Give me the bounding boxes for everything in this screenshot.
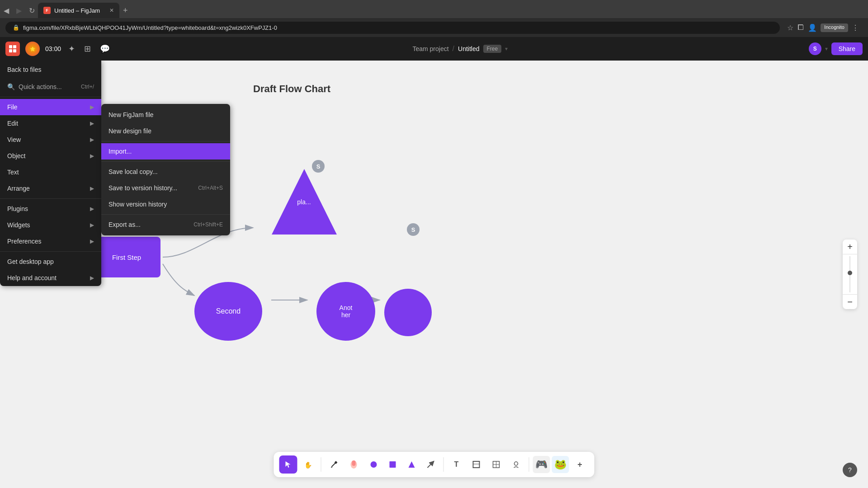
quick-actions-item[interactable]: 🔍 Quick actions... Ctrl+/ <box>0 79 101 95</box>
menu-item-text[interactable]: Text <box>0 164 101 180</box>
add-sticker-btn[interactable]: + <box>571 455 589 474</box>
second-label: Second <box>216 307 241 315</box>
incognito-badge: Incognito <box>821 23 848 32</box>
shape-square-btn[interactable] <box>384 455 402 474</box>
submenu-save-local[interactable]: Save local copy... <box>101 164 230 180</box>
toolbar-div-3 <box>529 457 529 472</box>
app-logo[interactable] <box>5 42 20 56</box>
circle2-shape[interactable] <box>384 289 432 336</box>
app-container: 🌟 03:00 ✦ ⊞ 💬 Team project / Untitled Fr… <box>0 37 868 488</box>
dropdown-arrow-icon[interactable]: ▾ <box>505 46 508 52</box>
grid-icon[interactable]: ⊞ <box>82 42 93 56</box>
menu-item-get-desktop[interactable]: Get desktop app <box>0 253 101 270</box>
new-tab-btn[interactable]: + <box>119 6 132 15</box>
zoom-thumb[interactable] <box>848 271 852 275</box>
bookmark-icon[interactable]: ☆ <box>787 23 793 32</box>
menu-item-help[interactable]: Help and account ▶ <box>0 270 101 286</box>
menu-item-file[interactable]: File ▶ <box>0 99 101 115</box>
header-right: S ▾ Share <box>809 42 863 55</box>
team-project-label[interactable]: Team project <box>412 45 448 52</box>
submenu-new-design[interactable]: New design file <box>101 123 230 139</box>
browser-tab[interactable]: F Untitled – FigJam ✕ <box>38 3 119 18</box>
shape-arrow-btn[interactable] <box>422 455 440 474</box>
help-button[interactable]: ? <box>843 463 857 477</box>
chat-icon[interactable]: 💬 <box>98 42 112 56</box>
menu-item-preferences-arrow: ▶ <box>90 238 94 244</box>
user-avatar-btn[interactable]: S <box>809 42 821 55</box>
submenu-new-figjam[interactable]: New FigJam file <box>101 107 230 123</box>
svg-rect-11 <box>352 460 356 466</box>
menu-item-view-label: View <box>7 136 21 143</box>
submenu-import[interactable]: Import... <box>101 143 230 160</box>
header-center: Team project / Untitled Free ▾ <box>117 45 803 53</box>
tab-close-btn[interactable]: ✕ <box>109 7 114 14</box>
menu-item-plugins[interactable]: Plugins ▶ <box>0 201 101 217</box>
submenu-show-history[interactable]: Show version history <box>101 196 230 212</box>
triangle-label: pla... <box>297 198 311 206</box>
user-avatar-header[interactable]: 🌟 <box>25 42 40 56</box>
export-shortcut: Ctrl+Shift+E <box>193 221 223 228</box>
url-text: figma.com/file/XRxbBjeWLbiQHPOO41JyWm/Un… <box>23 24 277 31</box>
quick-actions-label: Quick actions... <box>19 83 62 90</box>
shape-triangle-btn[interactable] <box>403 455 421 474</box>
browser-chrome: ◀ ▶ ↻ F Untitled – FigJam ✕ + 🔒 figma.co… <box>0 0 868 37</box>
menu-item-edit-arrow: ▶ <box>90 120 94 127</box>
tab-title: Untitled – FigJam <box>54 7 106 14</box>
avatar-dropdown-icon[interactable]: ▾ <box>825 46 828 52</box>
hand-tool-btn[interactable]: ✋ <box>299 455 317 474</box>
canvas-area[interactable]: Back to files 🔍 Quick actions... Ctrl+/ … <box>0 61 868 488</box>
back-to-files-item[interactable]: Back to files <box>0 61 101 79</box>
submenu-export[interactable]: Export as... Ctrl+Shift+E <box>101 216 230 233</box>
menu-item-arrange[interactable]: Arrange ▶ <box>0 180 101 197</box>
text-tool-btn[interactable]: T <box>448 455 466 474</box>
canvas-avatar-1: S <box>312 160 325 173</box>
profile-icon[interactable]: 👤 <box>808 23 817 32</box>
browser-refresh-btn[interactable]: ↻ <box>25 4 38 17</box>
submenu-new-figjam-label: New FigJam file <box>108 111 154 118</box>
second-shape[interactable]: Second <box>194 282 262 341</box>
frame-tool-btn[interactable] <box>467 455 486 474</box>
submenu-divider-2 <box>101 161 230 162</box>
sparkle-icon[interactable]: ✦ <box>66 42 77 56</box>
triangle-container[interactable]: pla... <box>271 169 337 239</box>
svg-rect-17 <box>473 461 480 468</box>
free-badge[interactable]: Free <box>483 45 502 53</box>
share-button[interactable]: Share <box>831 42 863 55</box>
browser-forward-btn[interactable]: ▶ <box>13 4 25 17</box>
menu-item-object[interactable]: Object ▶ <box>0 148 101 164</box>
another-shape[interactable]: Another <box>316 282 375 341</box>
shape-circle-btn[interactable] <box>365 455 383 474</box>
menu-item-view[interactable]: View ▶ <box>0 131 101 148</box>
first-step-shape[interactable]: First Step <box>93 237 160 277</box>
pen-tool-btn[interactable] <box>325 455 343 474</box>
left-menu: Back to files 🔍 Quick actions... Ctrl+/ … <box>0 61 101 286</box>
menu-item-get-desktop-label: Get desktop app <box>7 258 54 265</box>
menu-item-object-label: Object <box>7 152 25 160</box>
timer-display: 03:00 <box>45 45 61 52</box>
save-version-shortcut: Ctrl+Alt+S <box>198 185 223 191</box>
project-title[interactable]: Untitled <box>458 45 479 52</box>
menu-item-edit[interactable]: Edit ▶ <box>0 115 101 131</box>
menu-item-file-arrow: ▶ <box>90 104 94 110</box>
sticker-1-btn[interactable]: 🎮 <box>533 456 550 473</box>
select-tool-btn[interactable] <box>279 455 297 474</box>
address-bar[interactable]: 🔒 figma.com/file/XRxbBjeWLbiQHPOO41JyWm/… <box>5 22 780 34</box>
zoom-in-btn[interactable]: + <box>843 239 857 254</box>
bottom-toolbar: ✋ <box>274 452 594 477</box>
submenu-save-version[interactable]: Save to version history... Ctrl+Alt+S <box>101 180 230 196</box>
sticker-2-btn[interactable]: 🐸 <box>552 456 569 473</box>
submenu-divider-1 <box>101 141 230 141</box>
menu-icon[interactable]: ⋮ <box>852 23 859 32</box>
stamp-tool-btn[interactable] <box>507 455 525 474</box>
table-tool-btn[interactable] <box>487 455 505 474</box>
browser-back-btn[interactable]: ◀ <box>0 4 13 17</box>
menu-item-arrange-arrow: ▶ <box>90 185 94 192</box>
marker-tool-btn[interactable] <box>345 455 363 474</box>
menu-item-widgets[interactable]: Widgets ▶ <box>0 217 101 233</box>
toolbar-div-1 <box>321 457 321 472</box>
svg-line-15 <box>428 461 434 468</box>
zoom-out-btn[interactable]: − <box>843 295 857 309</box>
menu-item-preferences[interactable]: Preferences ▶ <box>0 233 101 249</box>
quick-actions-shortcut: Ctrl+/ <box>81 84 94 90</box>
extensions-icon[interactable]: ⧠ <box>797 23 804 32</box>
